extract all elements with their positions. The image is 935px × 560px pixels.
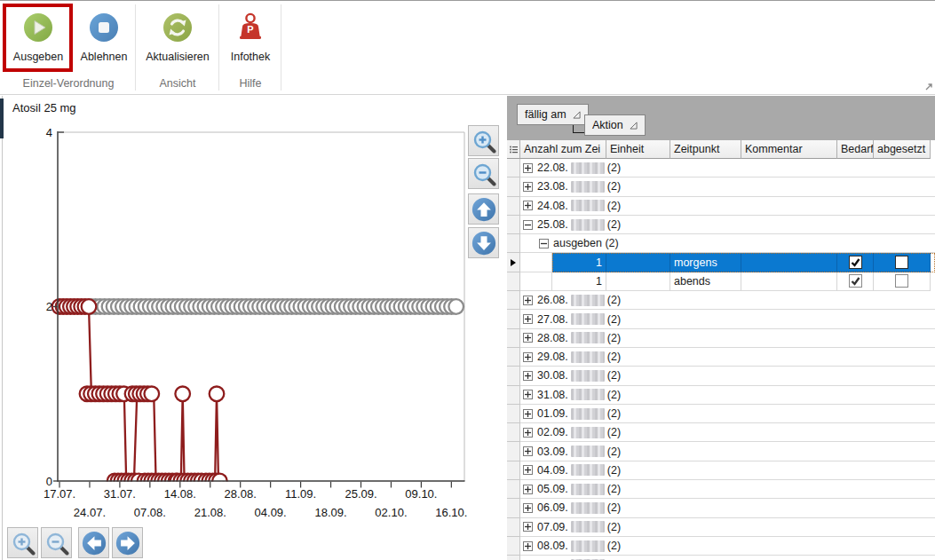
table-row-day[interactable]: 27.08.(2) [507, 310, 935, 328]
table-row-dose[interactable]: 1abends [507, 272, 935, 291]
collapse-expander-icon[interactable] [539, 239, 549, 248]
zoom-in-icon [471, 129, 496, 154]
expand-expander-icon[interactable] [523, 522, 533, 532]
expand-expander-icon[interactable] [523, 465, 533, 475]
left-splitter[interactable] [2, 96, 3, 560]
expand-expander-icon[interactable] [523, 182, 533, 192]
row-header-cell[interactable] [507, 197, 520, 216]
table-row-day[interactable]: 22.08.(2) [507, 159, 935, 177]
column-header-abgesetzt[interactable]: abgesetzt [874, 140, 931, 159]
row-header-cell[interactable] [507, 216, 520, 234]
row-header-cell[interactable] [507, 253, 520, 272]
table-row-day[interactable]: 06.09.(2) [507, 499, 935, 517]
expand-expander-icon[interactable] [523, 503, 533, 513]
dose-row-cells[interactable]: 1abends [552, 272, 935, 291]
chart-scroll-up-button[interactable] [468, 193, 499, 225]
expand-expander-icon[interactable] [523, 428, 533, 438]
expand-expander-icon[interactable] [523, 296, 533, 305]
row-header-cell[interactable] [507, 386, 520, 405]
chart-zoom-in-button[interactable] [468, 125, 499, 156]
table-row-dose[interactable]: 1morgens [507, 253, 935, 272]
row-header-cell[interactable] [507, 461, 520, 480]
xaxis-scroll-right-button[interactable] [112, 527, 143, 558]
table-row-day[interactable]: 09.09.(2) [507, 556, 935, 560]
redacted-text [571, 464, 605, 476]
anzahl-cell: 1 [552, 253, 606, 272]
table-row-day[interactable]: 31.08.(2) [507, 386, 935, 405]
group-field-aktion[interactable]: Aktion [584, 114, 646, 136]
table-row-day[interactable]: 08.09.(2) [507, 537, 935, 556]
column-header-zeitpunkt[interactable]: Zeitpunkt [670, 140, 741, 159]
group-field-faellig-am[interactable]: fällig am [517, 104, 589, 125]
row-header-cell[interactable] [507, 518, 520, 537]
table-row-day[interactable]: 04.09.(2) [507, 461, 935, 480]
aktualisieren-button[interactable]: Aktualisieren [139, 6, 217, 72]
svg-text:02.10.: 02.10. [375, 506, 407, 519]
row-header-cell[interactable] [507, 405, 520, 423]
expand-expander-icon[interactable] [523, 333, 533, 343]
abgesetzt-checkbox[interactable] [895, 274, 908, 288]
row-header-cell[interactable] [507, 499, 520, 517]
row-header-cell[interactable] [507, 310, 520, 328]
expand-expander-icon[interactable] [523, 409, 533, 419]
column-header-bedarf[interactable]: Bedarf [837, 140, 874, 159]
bedarf-checkbox[interactable] [849, 274, 862, 288]
expand-expander-icon[interactable] [523, 485, 533, 494]
ablehnen-button[interactable]: Ablehnen [75, 6, 133, 72]
table-row-day[interactable]: 01.09.(2) [507, 405, 935, 423]
row-header-cell[interactable] [507, 291, 520, 310]
abgesetzt-checkbox[interactable] [895, 256, 908, 269]
bedarf-checkbox[interactable] [849, 256, 862, 269]
action-group-label: ausgeben (2) [553, 237, 619, 249]
expand-expander-icon[interactable] [523, 446, 533, 456]
table-row-day[interactable]: 29.08.(2) [507, 348, 935, 367]
column-header-einheit[interactable]: Einheit [606, 140, 670, 159]
table-row-day[interactable]: 24.08.(2) [507, 197, 935, 216]
xaxis-zoom-out-button[interactable] [41, 527, 72, 558]
table-row-action-group[interactable]: ausgeben (2) [507, 234, 935, 253]
row-header-cell[interactable] [507, 329, 520, 348]
row-header-cell[interactable] [507, 348, 520, 367]
row-header-cell[interactable] [507, 442, 520, 461]
group-connector-line [573, 125, 585, 133]
row-header-cell[interactable] [507, 480, 520, 499]
expand-expander-icon[interactable] [523, 371, 533, 381]
column-header-kommentar[interactable]: Kommentar [741, 140, 837, 159]
xaxis-scroll-left-button[interactable] [78, 527, 109, 558]
expand-expander-icon[interactable] [523, 352, 533, 362]
ausgeben-button[interactable]: Ausgeben [5, 6, 71, 72]
chart-zoom-out-button[interactable] [468, 158, 499, 189]
expand-expander-icon[interactable] [523, 201, 533, 210]
ribbon-anchor-icon[interactable] [924, 83, 933, 91]
table-row-day[interactable]: 25.08.(2) [507, 216, 935, 234]
table-row-day[interactable]: 05.09.(2) [507, 480, 935, 499]
table-row-day[interactable]: 30.08.(2) [507, 367, 935, 385]
row-header-cell[interactable] [507, 234, 520, 253]
row-header-cell[interactable] [507, 177, 520, 196]
redacted-text [571, 313, 605, 325]
row-header-cell[interactable] [507, 537, 520, 556]
table-row-day[interactable]: 28.08.(2) [507, 329, 935, 348]
row-header-cell[interactable] [507, 367, 520, 385]
table-row-day[interactable]: 02.09.(2) [507, 423, 935, 442]
xaxis-zoom-in-button[interactable] [7, 527, 38, 558]
table-row-day[interactable]: 03.09.(2) [507, 442, 935, 461]
expand-expander-icon[interactable] [523, 163, 533, 173]
infothek-button[interactable]: P Infothek [222, 6, 279, 72]
row-header-cell[interactable] [507, 556, 520, 560]
table-row-day[interactable]: 26.08.(2) [507, 291, 935, 310]
column-chooser-icon[interactable] [507, 140, 520, 159]
expand-expander-icon[interactable] [523, 390, 533, 399]
left-splitter-grip[interactable] [0, 99, 4, 138]
row-header-cell[interactable] [507, 272, 520, 291]
table-row-day[interactable]: 23.08.(2) [507, 177, 935, 196]
row-header-cell[interactable] [507, 159, 520, 177]
chart-scroll-down-button[interactable] [468, 227, 499, 258]
table-row-day[interactable]: 07.09.(2) [507, 518, 935, 537]
collapse-expander-icon[interactable] [523, 220, 533, 230]
expand-expander-icon[interactable] [523, 541, 533, 551]
row-header-cell[interactable] [507, 423, 520, 442]
expand-expander-icon[interactable] [523, 314, 533, 324]
selected-dose-row-cells[interactable]: 1morgens [552, 253, 935, 272]
column-header-anzahl-zum-zei[interactable]: Anzahl zum Zei [520, 140, 606, 159]
